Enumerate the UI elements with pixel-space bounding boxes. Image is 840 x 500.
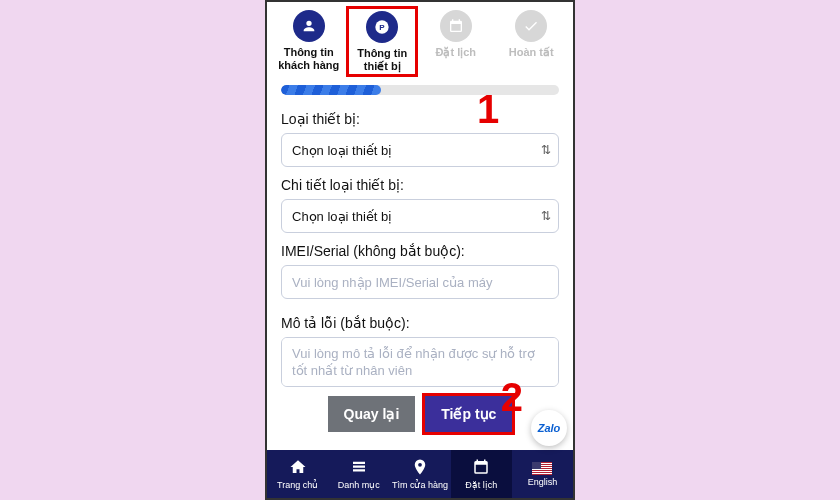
nav-stores[interactable]: Tìm cửa hàng bbox=[389, 450, 450, 498]
svg-text:P: P bbox=[380, 23, 386, 32]
app-screen: Thông tin khách hàng P Thông tin thiết b… bbox=[265, 0, 575, 500]
step-label: Thông tin thiết bị bbox=[351, 47, 413, 72]
nav-label: Đặt lịch bbox=[465, 480, 497, 490]
step-label: Đặt lịch bbox=[435, 46, 476, 59]
back-button[interactable]: Quay lại bbox=[328, 396, 416, 432]
home-icon bbox=[289, 458, 307, 478]
step-customer-info[interactable]: Thông tin khách hàng bbox=[273, 10, 345, 73]
pin-icon bbox=[411, 458, 429, 478]
imei-label: IMEI/Serial (không bắt buộc): bbox=[281, 243, 559, 259]
check-icon bbox=[515, 10, 547, 42]
step-schedule[interactable]: Đặt lịch bbox=[420, 10, 492, 73]
nav-language[interactable]: English bbox=[512, 450, 573, 498]
device-type-label: Loại thiết bị: bbox=[281, 111, 559, 127]
step-device-info[interactable]: P Thông tin thiết bị bbox=[346, 6, 418, 77]
device-detail-label: Chi tiết loại thiết bị: bbox=[281, 177, 559, 193]
zalo-chat-button[interactable]: Zalo bbox=[531, 410, 567, 446]
user-icon bbox=[293, 10, 325, 42]
progress-fill bbox=[281, 85, 381, 95]
next-button[interactable]: Tiếp tục bbox=[425, 396, 512, 432]
nav-label: Tìm cửa hàng bbox=[392, 480, 448, 490]
nav-label: Trang chủ bbox=[277, 480, 318, 490]
step-label: Thông tin khách hàng bbox=[273, 46, 345, 71]
nav-schedule[interactable]: Đặt lịch bbox=[451, 450, 512, 498]
calendar-icon bbox=[440, 10, 472, 42]
list-icon bbox=[350, 458, 368, 478]
p-icon: P bbox=[366, 11, 398, 43]
imei-input[interactable] bbox=[281, 265, 559, 299]
nav-label: Danh mục bbox=[338, 480, 380, 490]
device-detail-select[interactable]: Chọn loại thiết bị bbox=[281, 199, 559, 233]
stepper: Thông tin khách hàng P Thông tin thiết b… bbox=[267, 2, 573, 77]
device-type-select[interactable]: Chọn loại thiết bị bbox=[281, 133, 559, 167]
bottom-nav: Trang chủ Danh mục Tìm cửa hàng Đặt lịch… bbox=[267, 450, 573, 498]
calendar-icon bbox=[472, 458, 490, 478]
nav-categories[interactable]: Danh mục bbox=[328, 450, 389, 498]
desc-label: Mô tả lỗi (bắt buộc): bbox=[281, 315, 559, 331]
flag-icon bbox=[532, 462, 552, 475]
step-label: Hoàn tất bbox=[509, 46, 554, 59]
step-complete[interactable]: Hoàn tất bbox=[495, 10, 567, 73]
nav-label: English bbox=[528, 477, 558, 487]
progress-bar bbox=[281, 85, 559, 95]
nav-home[interactable]: Trang chủ bbox=[267, 450, 328, 498]
desc-textarea[interactable] bbox=[281, 337, 559, 387]
form-actions: Quay lại Tiếp tục bbox=[281, 396, 559, 432]
device-form: Loại thiết bị: Chọn loại thiết bị ⇅ Chi … bbox=[267, 105, 573, 450]
